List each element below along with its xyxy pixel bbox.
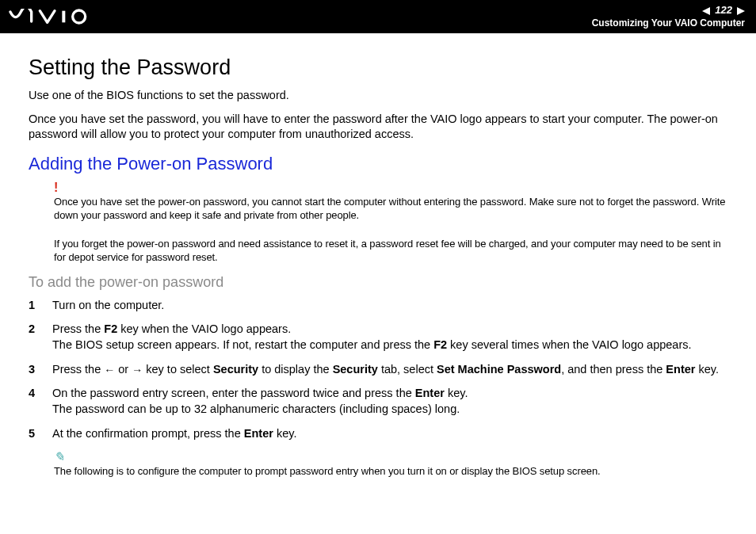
step-3: 3 Press the ← or → key to select Securit… bbox=[29, 361, 727, 377]
key-enter: Enter bbox=[244, 427, 273, 440]
step-number: 2 bbox=[29, 321, 40, 353]
note-block: ✎ The following is to configure the comp… bbox=[54, 449, 727, 479]
intro-paragraph-1: Use one of the BIOS functions to set the… bbox=[29, 88, 727, 104]
key-set-machine-password: Set Machine Password bbox=[437, 363, 561, 376]
step-number: 4 bbox=[29, 385, 40, 418]
svg-rect-0 bbox=[62, 11, 65, 23]
step-5: 5 At the confirmation prompt, press the … bbox=[29, 425, 727, 441]
key-enter: Enter bbox=[666, 363, 695, 376]
arrow-right-icon: → bbox=[132, 364, 143, 376]
step-4: 4 On the password entry screen, enter th… bbox=[29, 385, 727, 418]
arrow-left-icon: ← bbox=[104, 364, 115, 376]
section-heading-blue: Adding the Power-on Password bbox=[29, 154, 727, 174]
step-text: Turn on the computer. bbox=[52, 297, 727, 313]
step-number: 3 bbox=[29, 361, 40, 377]
step-number: 1 bbox=[29, 297, 40, 313]
step-text: Press the F2 key when the VAIO logo appe… bbox=[52, 321, 727, 353]
warning-text-2: If you forget the power-on password and … bbox=[54, 237, 727, 265]
step-1: 1 Turn on the computer. bbox=[29, 297, 727, 313]
header-bar: 122 Customizing Your VAIO Computer bbox=[0, 0, 756, 33]
section-heading-grey: To add the power-on password bbox=[29, 274, 727, 291]
page-content: Setting the Password Use one of the BIOS… bbox=[0, 33, 756, 494]
key-f2: F2 bbox=[433, 338, 447, 351]
vaio-logo-svg bbox=[8, 9, 95, 25]
vaio-logo bbox=[8, 9, 95, 25]
page-number: 122 bbox=[715, 4, 732, 17]
note-text: The following is to configure the comput… bbox=[54, 464, 727, 479]
prev-page-icon[interactable] bbox=[702, 7, 710, 15]
step-2: 2 Press the F2 key when the VAIO logo ap… bbox=[29, 321, 727, 353]
key-f2: F2 bbox=[104, 322, 117, 335]
next-page-icon[interactable] bbox=[737, 7, 745, 15]
warning-block: ! Once you have set the power-on passwor… bbox=[54, 181, 727, 265]
key-security: Security bbox=[213, 363, 258, 376]
warning-text-1: Once you have set the power-on password,… bbox=[54, 195, 727, 223]
warning-icon: ! bbox=[54, 181, 727, 195]
key-security: Security bbox=[333, 363, 378, 376]
step-text: Press the ← or → key to select Security … bbox=[52, 361, 727, 377]
step-text: On the password entry screen, enter the … bbox=[52, 385, 727, 418]
header-right: 122 Customizing Your VAIO Computer bbox=[592, 4, 745, 29]
step-text: At the confirmation prompt, press the En… bbox=[52, 425, 727, 441]
svg-point-1 bbox=[73, 10, 86, 23]
note-icon: ✎ bbox=[54, 449, 727, 464]
key-enter: Enter bbox=[415, 387, 445, 399]
page-title: Setting the Password bbox=[29, 55, 727, 80]
breadcrumb: Customizing Your VAIO Computer bbox=[592, 17, 745, 29]
steps-list: 1 Turn on the computer. 2 Press the F2 k… bbox=[29, 297, 727, 441]
page-nav: 122 bbox=[592, 4, 745, 17]
intro-paragraph-2: Once you have set the password, you will… bbox=[29, 112, 727, 143]
step-number: 5 bbox=[29, 425, 40, 441]
